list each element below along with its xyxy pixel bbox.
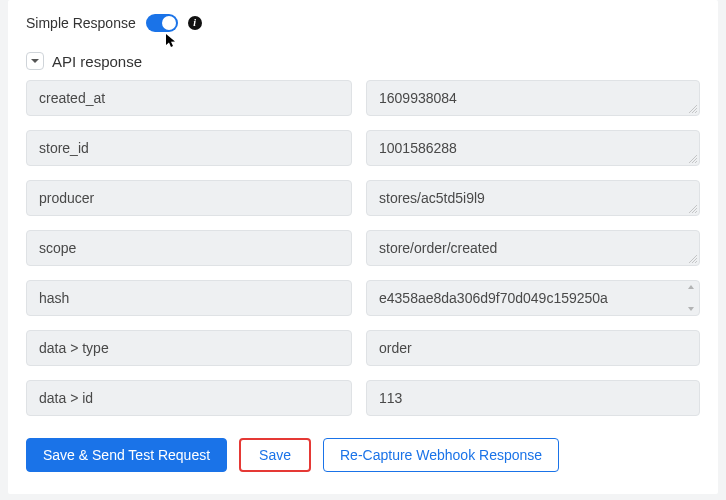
collapse-button[interactable] bbox=[26, 52, 44, 70]
value-field[interactable]: 1001586288 bbox=[366, 130, 700, 166]
chevron-down-icon bbox=[30, 56, 40, 66]
value-text: e4358ae8da306d9f70d049c159250a bbox=[379, 290, 608, 306]
value-field[interactable]: 1609938084 bbox=[366, 80, 700, 116]
kv-row: scope store/order/created bbox=[26, 230, 700, 266]
value-field[interactable]: stores/ac5td5i9l9 bbox=[366, 180, 700, 216]
scroll-indicator[interactable] bbox=[686, 285, 696, 311]
scroll-up-icon bbox=[688, 285, 694, 289]
kv-row: hash e4358ae8da306d9f70d049c159250a bbox=[26, 280, 700, 316]
value-text: 1001586288 bbox=[379, 140, 457, 156]
kv-row: store_id 1001586288 bbox=[26, 130, 700, 166]
value-text: 113 bbox=[379, 390, 402, 406]
key-field[interactable]: hash bbox=[26, 280, 352, 316]
value-text: store/order/created bbox=[379, 240, 497, 256]
action-buttons: Save & Send Test Request Save Re-Capture… bbox=[26, 438, 700, 472]
info-icon[interactable]: i bbox=[188, 16, 202, 30]
value-field[interactable]: e4358ae8da306d9f70d049c159250a bbox=[366, 280, 700, 316]
simple-response-row: Simple Response i bbox=[26, 12, 700, 36]
scroll-down-icon bbox=[688, 307, 694, 311]
toggle-knob bbox=[162, 16, 176, 30]
value-text: 1609938084 bbox=[379, 90, 457, 106]
resize-handle-icon[interactable] bbox=[689, 205, 697, 213]
response-fields: created_at 1609938084 store_id 100158628… bbox=[26, 80, 700, 416]
key-field[interactable]: data > id bbox=[26, 380, 352, 416]
resize-handle-icon[interactable] bbox=[689, 155, 697, 163]
key-field[interactable]: producer bbox=[26, 180, 352, 216]
save-button[interactable]: Save bbox=[239, 438, 311, 472]
kv-row: data > type order bbox=[26, 330, 700, 366]
value-field[interactable]: order bbox=[366, 330, 700, 366]
key-field[interactable]: data > type bbox=[26, 330, 352, 366]
value-field[interactable]: 113 bbox=[366, 380, 700, 416]
key-field[interactable]: created_at bbox=[26, 80, 352, 116]
simple-response-label: Simple Response bbox=[26, 15, 136, 31]
kv-row: data > id 113 bbox=[26, 380, 700, 416]
value-text: order bbox=[379, 340, 412, 356]
key-field[interactable]: scope bbox=[26, 230, 352, 266]
recapture-webhook-button[interactable]: Re-Capture Webhook Response bbox=[323, 438, 559, 472]
value-field[interactable]: store/order/created bbox=[366, 230, 700, 266]
api-response-title: API response bbox=[52, 53, 142, 70]
simple-response-toggle[interactable] bbox=[146, 14, 178, 32]
kv-row: created_at 1609938084 bbox=[26, 80, 700, 116]
key-field[interactable]: store_id bbox=[26, 130, 352, 166]
save-send-test-button[interactable]: Save & Send Test Request bbox=[26, 438, 227, 472]
kv-row: producer stores/ac5td5i9l9 bbox=[26, 180, 700, 216]
api-response-section-header: API response bbox=[26, 52, 700, 70]
resize-handle-icon[interactable] bbox=[689, 105, 697, 113]
value-text: stores/ac5td5i9l9 bbox=[379, 190, 485, 206]
resize-handle-icon[interactable] bbox=[689, 255, 697, 263]
